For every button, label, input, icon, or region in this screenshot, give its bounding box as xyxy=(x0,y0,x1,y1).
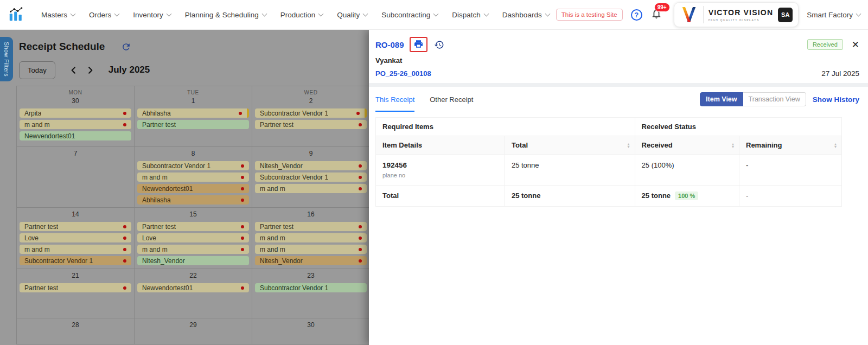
calendar-event[interactable]: Abhilasha xyxy=(137,108,249,118)
brand-divider xyxy=(703,6,704,23)
calendar-event[interactable]: Newvendortest01 xyxy=(137,283,249,292)
status-badge: Received xyxy=(807,39,843,50)
calendar-event[interactable]: m and m xyxy=(20,245,131,254)
column-header-total[interactable]: Total ▴▾ xyxy=(505,136,635,155)
cell-total: 25 tonne xyxy=(505,155,635,186)
calendar-event[interactable]: Subcontractor Vendor 1 xyxy=(255,108,367,118)
calendar-event[interactable]: Nitesh_Vendor xyxy=(255,256,367,265)
nav-item-production[interactable]: Production xyxy=(280,11,323,19)
calendar-event[interactable]: m and m xyxy=(20,120,131,129)
column-header-received[interactable]: Received ▴▾ xyxy=(635,136,739,155)
calendar-event[interactable]: m and m xyxy=(137,173,249,182)
event-dot-icon xyxy=(123,237,126,240)
nav-item-dispatch[interactable]: Dispatch xyxy=(452,11,488,19)
calendar-cell[interactable]: 16Partner testm and mm and mNitesh_Vendo… xyxy=(252,208,369,269)
calendar-event[interactable]: Subcontractor Vendor 1 xyxy=(20,256,131,265)
calendar-cell[interactable]: 7 xyxy=(17,147,135,208)
calendar-cell[interactable]: 22Newvendortest01 xyxy=(135,269,252,318)
calendar-event[interactable]: m and m xyxy=(255,245,367,254)
calendar-event[interactable]: Partner test xyxy=(137,120,249,129)
receipt-number[interactable]: RO-089 xyxy=(375,40,404,49)
sort-icon[interactable]: ▴▾ xyxy=(732,142,734,148)
history-button[interactable] xyxy=(434,40,444,50)
calendar-event[interactable]: Subcontractor Vendor 1 xyxy=(255,283,367,292)
calendar-event[interactable]: Love xyxy=(20,233,131,242)
calendar-cell[interactable]: 23Subcontractor Vendor 1 xyxy=(252,269,369,318)
calendar-event[interactable]: Nitesh_Vendor xyxy=(137,256,249,265)
calendar-cell[interactable]: 29 xyxy=(135,318,252,344)
calendar-cell[interactable]: 28 xyxy=(17,318,135,344)
receipt-table-body: 192456plane no25 tonne25 (100%)-Total25 … xyxy=(376,155,842,207)
calendar-cell[interactable]: 30 xyxy=(252,318,369,344)
nav-item-masters[interactable]: Masters xyxy=(41,11,75,19)
event-dot-icon xyxy=(241,286,244,290)
calendar-event[interactable]: Newvendortest01 xyxy=(137,184,249,193)
help-icon[interactable]: ? xyxy=(631,9,642,21)
calendar-cell[interactable]: 21Partner test xyxy=(17,269,135,318)
calendar-cell[interactable]: 9Nitesh_VendorSubcontractor Vendor 1m an… xyxy=(252,147,369,208)
date-label: 30 xyxy=(252,321,369,329)
sort-icon[interactable]: ▴▾ xyxy=(834,142,837,148)
calendar-event[interactable]: m and m xyxy=(137,245,249,254)
calendar-cell[interactable]: 15Partner testLovem and mNitesh_Vendor xyxy=(135,208,252,269)
po-number-link[interactable]: PO_25-26_00108 xyxy=(375,69,431,78)
calendar-event[interactable]: Partner test xyxy=(137,222,249,231)
notification-count-badge: 99+ xyxy=(654,3,670,12)
testing-site-badge: This is a testing Site xyxy=(556,9,623,21)
nav-item-dashboards[interactable]: Dashboards xyxy=(502,11,550,19)
calendar-event[interactable]: m and m xyxy=(255,233,367,242)
calendar-event[interactable]: Partner test xyxy=(20,283,131,292)
nav-item-subcontracting[interactable]: Subcontracting xyxy=(381,11,438,19)
calendar-event[interactable]: Arpita xyxy=(20,108,131,118)
sort-icon[interactable]: ▴▾ xyxy=(628,142,630,148)
print-button-highlight[interactable] xyxy=(410,37,427,52)
calendar-event[interactable]: Partner test xyxy=(255,222,367,231)
nav-item-planning-scheduling[interactable]: Planning & Scheduling xyxy=(185,11,266,19)
calendar-cell[interactable]: TUE1AbhilashaPartner test xyxy=(135,86,252,147)
refresh-icon[interactable] xyxy=(121,42,131,52)
prev-month-icon[interactable] xyxy=(69,66,78,74)
nav-item-inventory[interactable]: Inventory xyxy=(133,11,171,19)
transaction-view-button[interactable]: Transaction View xyxy=(743,92,806,106)
avatar[interactable]: SA xyxy=(778,8,793,22)
nav-item-quality[interactable]: Quality xyxy=(337,11,367,19)
tab-other-receipt[interactable]: Other Receipt xyxy=(430,87,473,112)
calendar-event[interactable]: Newvendortest01 xyxy=(20,131,131,140)
calendar-event[interactable]: Subcontractor Vendor 1 xyxy=(137,161,249,170)
calendar-cell[interactable]: MON30Arpitam and mNewvendortest01 xyxy=(17,86,135,147)
show-history-button[interactable]: Show History xyxy=(813,95,859,104)
calendar-event[interactable]: Partner test xyxy=(255,120,367,129)
event-label: Love xyxy=(142,234,156,242)
calendar-event[interactable]: Partner test xyxy=(20,222,131,231)
day-header: MON xyxy=(17,90,134,95)
calendar-event[interactable]: Nitesh_Vendor xyxy=(255,161,367,170)
event-label: Newvendortest01 xyxy=(142,284,193,292)
calendar-event[interactable]: Subcontractor Vendor 1 xyxy=(255,173,367,182)
cell-item-details: 192456plane no xyxy=(376,155,505,186)
factory-selector[interactable]: Smart Factory xyxy=(807,11,860,19)
calendar-cell[interactable]: WED2Subcontractor Vendor 1Partner test xyxy=(252,86,369,147)
calendar-cell[interactable]: 8Subcontractor Vendor 1m and mNewvendort… xyxy=(135,147,252,208)
chevron-down-icon xyxy=(433,11,439,17)
calendar-week-row: 21Partner test22Newvendortest0123Subcont… xyxy=(17,269,369,318)
show-filters-tab[interactable]: Show Filters xyxy=(0,37,13,81)
app-logo-icon[interactable] xyxy=(8,7,24,23)
event-dot-icon xyxy=(359,187,362,190)
column-header-remaining[interactable]: Remaining ▴▾ xyxy=(739,136,842,155)
calendar-cell[interactable]: 14Partner testLovem and mSubcontractor V… xyxy=(17,208,135,269)
group-header-required-items: Required Items xyxy=(376,118,635,136)
calendar-event[interactable]: Love xyxy=(137,233,249,242)
close-icon[interactable]: ✕ xyxy=(852,39,859,50)
nav-item-orders[interactable]: Orders xyxy=(89,11,119,19)
calendar-event[interactable]: m and m xyxy=(255,184,367,193)
event-label: Subcontractor Vendor 1 xyxy=(24,257,93,265)
event-label: Nitesh_Vendor xyxy=(142,257,185,265)
tab-this-receipt[interactable]: This Receipt xyxy=(375,87,414,112)
event-dot-icon xyxy=(123,225,126,228)
today-button[interactable]: Today xyxy=(19,61,55,79)
calendar-event[interactable]: Abhilasha xyxy=(137,195,249,205)
notification-bell[interactable]: 99+ xyxy=(650,8,662,22)
next-month-icon[interactable] xyxy=(86,66,94,74)
item-view-button[interactable]: Item View xyxy=(700,92,743,106)
date-label: 22 xyxy=(135,272,252,279)
